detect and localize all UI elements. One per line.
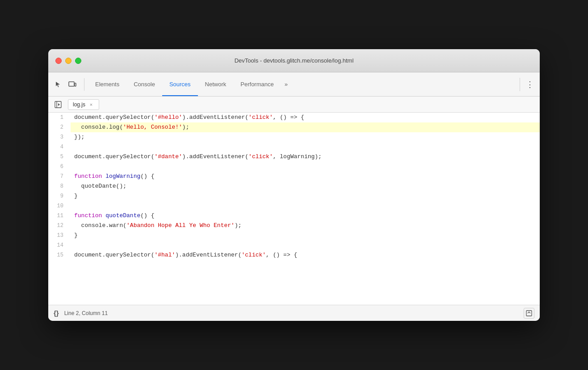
code-line-14: 14 bbox=[48, 240, 540, 250]
code-line-13: 13 } bbox=[48, 231, 540, 240]
tab-network[interactable]: Network bbox=[198, 72, 234, 96]
line-number-10: 10 bbox=[48, 201, 71, 211]
line-content-14 bbox=[71, 240, 540, 250]
file-tab-close-button[interactable]: × bbox=[88, 101, 94, 108]
cursor-position: Line 2, Column 11 bbox=[64, 310, 520, 316]
line-content-13: } bbox=[71, 231, 540, 240]
toolbar-icons bbox=[52, 78, 84, 91]
tab-console[interactable]: Console bbox=[126, 72, 162, 96]
line-content-1: document.querySelector('#hello').addEven… bbox=[71, 113, 540, 122]
tab-performance[interactable]: Performance bbox=[233, 72, 281, 96]
separator bbox=[520, 78, 520, 91]
tabs: Elements Console Sources Network Perform… bbox=[88, 72, 516, 96]
code-line-2: 2 console.log('Hello, Console!'); bbox=[48, 122, 540, 132]
line-number-7: 7 bbox=[48, 172, 71, 181]
line-content-9: } bbox=[71, 191, 540, 201]
file-tabs-bar: log.js × bbox=[48, 97, 540, 113]
code-line-4: 4 bbox=[48, 142, 540, 152]
line-number-15: 15 bbox=[48, 250, 71, 260]
status-bar: {} Line 2, Column 11 bbox=[48, 305, 540, 321]
line-number-8: 8 bbox=[48, 181, 71, 191]
minimize-button[interactable] bbox=[65, 58, 71, 64]
line-number-4: 4 bbox=[48, 142, 71, 152]
line-content-15: document.querySelector('#hal').addEventL… bbox=[71, 250, 540, 260]
tab-elements[interactable]: Elements bbox=[88, 72, 126, 96]
line-number-12: 12 bbox=[48, 221, 71, 231]
code-line-7: 7 function logWarning() { bbox=[48, 172, 540, 181]
line-number-5: 5 bbox=[48, 152, 71, 162]
line-content-10 bbox=[71, 201, 540, 211]
line-number-11: 11 bbox=[48, 211, 71, 221]
window-title: DevTools - devtools.glitch.me/console/lo… bbox=[235, 57, 354, 64]
line-content-7: function logWarning() { bbox=[71, 172, 540, 181]
line-content-8: quoteDante(); bbox=[71, 181, 540, 191]
code-line-8: 8 quoteDante(); bbox=[48, 181, 540, 191]
line-content-6 bbox=[71, 162, 540, 172]
traffic-lights bbox=[55, 58, 81, 64]
svg-rect-1 bbox=[75, 83, 76, 86]
code-line-15: 15 document.querySelector('#hal').addEve… bbox=[48, 250, 540, 260]
code-editor[interactable]: 1 document.querySelector('#hello').addEv… bbox=[48, 113, 540, 305]
line-number-3: 3 bbox=[48, 132, 71, 142]
devtools-window: DevTools - devtools.glitch.me/console/lo… bbox=[48, 49, 540, 321]
devtools-menu-button[interactable]: ⋮ bbox=[524, 78, 536, 91]
toolbar: Elements Console Sources Network Perform… bbox=[48, 72, 540, 97]
file-tab-name: log.js bbox=[73, 101, 85, 108]
sidebar-toggle-button[interactable] bbox=[52, 98, 64, 111]
close-button[interactable] bbox=[55, 58, 62, 64]
code-line-10: 10 bbox=[48, 201, 540, 211]
device-toggle-icon[interactable] bbox=[66, 78, 79, 91]
file-tab-logjs[interactable]: log.js × bbox=[68, 99, 99, 110]
line-content-4 bbox=[71, 142, 540, 152]
titlebar: DevTools - devtools.glitch.me/console/lo… bbox=[48, 49, 540, 72]
code-line-11: 11 function quoteDante() { bbox=[48, 211, 540, 221]
line-number-9: 9 bbox=[48, 191, 71, 201]
line-content-11: function quoteDante() { bbox=[71, 211, 540, 221]
line-content-5: document.querySelector('#dante').addEven… bbox=[71, 152, 540, 162]
code-line-6: 6 bbox=[48, 162, 540, 172]
svg-marker-4 bbox=[58, 103, 60, 106]
svg-rect-5 bbox=[526, 311, 532, 316]
cursor-icon[interactable] bbox=[52, 78, 64, 91]
code-line-3: 3 }); bbox=[48, 132, 540, 142]
tab-sources[interactable]: Sources bbox=[162, 72, 198, 96]
line-number-13: 13 bbox=[48, 231, 71, 240]
svg-rect-0 bbox=[69, 82, 74, 86]
pretty-print-button[interactable]: {} bbox=[54, 309, 59, 317]
code-line-12: 12 console.warn('Abandon Hope All Ye Who… bbox=[48, 221, 540, 231]
line-content-2: console.log('Hello, Console!'); bbox=[71, 122, 540, 132]
line-number-14: 14 bbox=[48, 240, 71, 250]
line-number-1: 1 bbox=[48, 113, 71, 122]
code-line-1: 1 document.querySelector('#hello').addEv… bbox=[48, 113, 540, 122]
code-line-9: 9 } bbox=[48, 191, 540, 201]
code-line-5: 5 document.querySelector('#dante').addEv… bbox=[48, 152, 540, 162]
line-number-2: 2 bbox=[48, 122, 71, 132]
expand-console-button[interactable] bbox=[524, 308, 534, 319]
line-number-6: 6 bbox=[48, 162, 71, 172]
maximize-button[interactable] bbox=[75, 58, 81, 64]
line-content-12: console.warn('Abandon Hope All Ye Who En… bbox=[71, 221, 540, 231]
toolbar-right: ⋮ bbox=[524, 78, 536, 91]
more-tabs-button[interactable]: » bbox=[281, 72, 291, 96]
line-content-3: }); bbox=[71, 132, 540, 142]
